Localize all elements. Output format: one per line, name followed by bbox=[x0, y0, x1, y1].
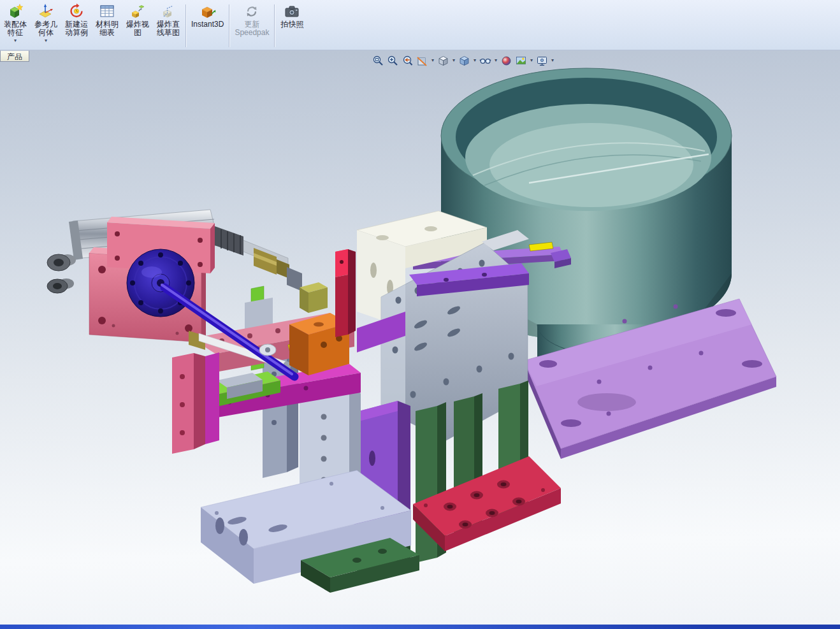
explode-line-sketch-icon bbox=[160, 3, 177, 20]
bill-of-materials-icon bbox=[99, 3, 115, 20]
snapshot-label: 拍快照 bbox=[280, 20, 303, 29]
zoom-to-area-button[interactable] bbox=[386, 54, 400, 68]
zoom-to-fit-icon bbox=[372, 55, 384, 67]
display-style-button[interactable] bbox=[458, 54, 471, 68]
update-speedpak-label: 更新 Speedpak bbox=[235, 20, 269, 37]
reference-geometry-dropdown-caret[interactable]: ▾ bbox=[45, 38, 47, 43]
view-settings-dropdown-caret[interactable]: ▾ bbox=[550, 54, 555, 68]
headsup-view-toolbar: ▾ ▾ ▾ ▾ ▾ ▾ bbox=[372, 54, 555, 68]
flange-coupling-disc[interactable] bbox=[127, 249, 194, 317]
view-orientation-dropdown-caret[interactable]: ▾ bbox=[451, 54, 456, 68]
new-motion-study-label: 新建运 动算例 bbox=[65, 20, 88, 37]
assembly-3d-model[interactable] bbox=[0, 50, 840, 625]
document-tab-product[interactable]: 产品 bbox=[0, 50, 29, 62]
hide-show-items-icon bbox=[479, 55, 491, 67]
zoom-to-area-icon bbox=[387, 55, 399, 67]
apply-scene-dropdown-caret[interactable]: ▾ bbox=[529, 54, 534, 68]
snapshot-icon bbox=[284, 3, 300, 20]
reference-geometry-label: 参考几 何体 bbox=[34, 20, 57, 37]
reference-geometry-button[interactable]: 参考几 何体 ▾ bbox=[31, 2, 61, 43]
graphics-viewport[interactable]: 产品 ▾ ▾ ▾ bbox=[0, 50, 840, 625]
instant3d-button[interactable]: Instant3D bbox=[188, 2, 227, 29]
section-view-icon bbox=[416, 55, 428, 67]
red-bar[interactable] bbox=[335, 249, 356, 337]
update-speedpak-icon bbox=[243, 3, 260, 20]
apply-scene-button[interactable] bbox=[514, 54, 528, 68]
command-toolbar: 装配体 特征 ▾ 参考几 何体 ▾ 新建运 动算例 材料明 细表 bbox=[0, 0, 840, 50]
edit-appearance-icon bbox=[500, 55, 512, 67]
exploded-view-button[interactable]: 爆炸视 图 bbox=[122, 2, 153, 37]
toolbar-separator bbox=[229, 4, 229, 47]
instant3d-label: Instant3D bbox=[191, 20, 224, 29]
hide-show-items-button[interactable] bbox=[479, 54, 492, 68]
zoom-to-fit-button[interactable] bbox=[372, 54, 385, 68]
olive-block[interactable] bbox=[300, 282, 328, 313]
assembly-features-dropdown-caret[interactable]: ▾ bbox=[14, 38, 17, 43]
new-motion-study-button[interactable]: 新建运 动算例 bbox=[61, 2, 92, 37]
toolbar-separator bbox=[185, 4, 186, 47]
display-style-dropdown-caret[interactable]: ▾ bbox=[472, 54, 477, 68]
view-settings-button[interactable] bbox=[535, 54, 549, 68]
assembly-features-label: 装配体 特征 bbox=[4, 20, 27, 37]
edit-appearance-button[interactable] bbox=[500, 54, 513, 68]
taskbar-edge bbox=[0, 625, 840, 629]
previous-view-icon bbox=[402, 55, 414, 67]
section-view-button[interactable] bbox=[416, 54, 429, 68]
assembly-features-button[interactable]: 装配体 特征 ▾ bbox=[0, 2, 31, 43]
document-tab-label: 产品 bbox=[7, 52, 22, 61]
exploded-view-label: 爆炸视 图 bbox=[126, 20, 149, 37]
piston-rod-assembly[interactable] bbox=[215, 226, 302, 291]
bill-of-materials-button[interactable]: 材料明 细表 bbox=[92, 2, 122, 37]
reference-geometry-icon bbox=[38, 3, 54, 20]
bill-of-materials-label: 材料明 细表 bbox=[96, 20, 119, 37]
new-motion-study-icon bbox=[68, 3, 85, 20]
toolbar-separator bbox=[274, 4, 275, 47]
air-fittings[interactable] bbox=[47, 254, 76, 293]
view-orientation-button[interactable] bbox=[437, 54, 450, 68]
hide-show-items-dropdown-caret[interactable]: ▾ bbox=[493, 54, 498, 68]
apply-scene-icon bbox=[515, 55, 527, 67]
display-style-icon bbox=[458, 55, 470, 67]
explode-line-sketch-button[interactable]: 爆炸直 线草图 bbox=[153, 2, 184, 37]
exploded-view-icon bbox=[129, 3, 146, 20]
update-speedpak-button[interactable]: 更新 Speedpak bbox=[231, 2, 272, 37]
view-orientation-icon bbox=[437, 55, 449, 67]
instant3d-icon bbox=[199, 3, 216, 20]
section-view-dropdown-caret[interactable]: ▾ bbox=[430, 54, 435, 68]
assembly-features-icon bbox=[7, 3, 24, 20]
view-settings-icon bbox=[536, 55, 548, 67]
support-columns-left[interactable] bbox=[172, 352, 219, 454]
snapshot-button[interactable]: 拍快照 bbox=[277, 2, 307, 29]
explode-line-sketch-label: 爆炸直 线草图 bbox=[157, 20, 180, 37]
solidworks-window: 装配体 特征 ▾ 参考几 何体 ▾ 新建运 动算例 材料明 细表 bbox=[0, 0, 840, 629]
previous-view-button[interactable] bbox=[401, 54, 414, 68]
